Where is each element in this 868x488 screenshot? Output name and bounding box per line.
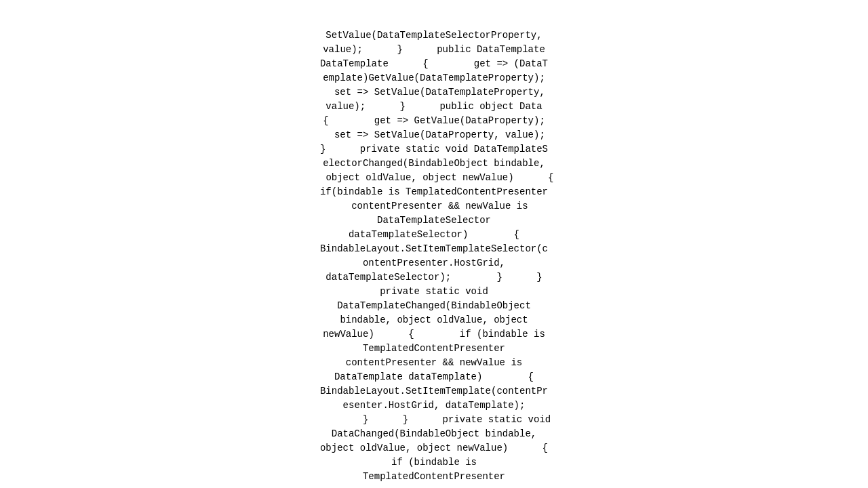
code-line: TemplatedContentPresenter	[315, 342, 554, 356]
code-line: set => SetValue(DataProperty, value);	[315, 128, 554, 142]
code-line: DataChanged(BindableObject bindable,	[315, 427, 554, 441]
code-line: if(bindable is TemplatedContentPresenter	[315, 185, 554, 199]
code-line: DataTemplateChanged(BindableObject	[315, 299, 554, 313]
code-line: dataTemplateSelector) {	[315, 228, 554, 242]
code-line: SetValue(DataTemplateSelectorProperty,	[315, 28, 554, 43]
code-container: SetValue(DataTemplateSelectorProperty,va…	[0, 0, 868, 488]
code-line: contentPresenter && newValue is	[315, 199, 554, 214]
code-line: bindable, object oldValue, object	[315, 313, 554, 327]
code-line: set => SetValue(DataTemplateProperty,	[315, 85, 554, 100]
code-line: if (bindable is	[315, 455, 554, 470]
code-line: } } private static void	[315, 413, 554, 427]
code-line: object oldValue, object newValue) {	[315, 171, 554, 185]
code-line: value); } public object Data	[315, 100, 554, 114]
code-line: private static void	[315, 285, 554, 299]
code-line: contentPresenter && newValue is	[315, 356, 554, 370]
code-line: emplate)GetValue(DataTemplateProperty);	[315, 71, 554, 85]
code-line: DataTemplateSelector	[315, 214, 554, 228]
code-line: BindableLayout.SetItemTemplateSelector(c	[315, 242, 554, 256]
code-line: } private static void DataTemplateS	[315, 142, 554, 157]
code-line: value); } public DataTemplate	[315, 43, 554, 57]
code-line: DataTemplate { get => (DataT	[315, 57, 554, 71]
code-line: object oldValue, object newValue) {	[315, 441, 554, 455]
code-line: electorChanged(BindableObject bindable,	[315, 157, 554, 171]
code-line: { get => GetValue(DataProperty);	[315, 114, 554, 128]
code-line: DataTemplate dataTemplate) {	[315, 370, 554, 384]
code-line: dataTemplateSelector); } }	[315, 270, 554, 285]
code-line: esenter.HostGrid, dataTemplate);	[315, 399, 554, 413]
code-line: BindableLayout.SetItemTemplate(contentPr	[315, 384, 554, 399]
code-line: newValue) { if (bindable is	[315, 327, 554, 342]
code-line: ontentPresenter.HostGrid,	[315, 256, 554, 270]
code-line: TemplatedContentPresenter	[315, 470, 554, 484]
code-content: SetValue(DataTemplateSelectorProperty,va…	[301, 0, 568, 488]
